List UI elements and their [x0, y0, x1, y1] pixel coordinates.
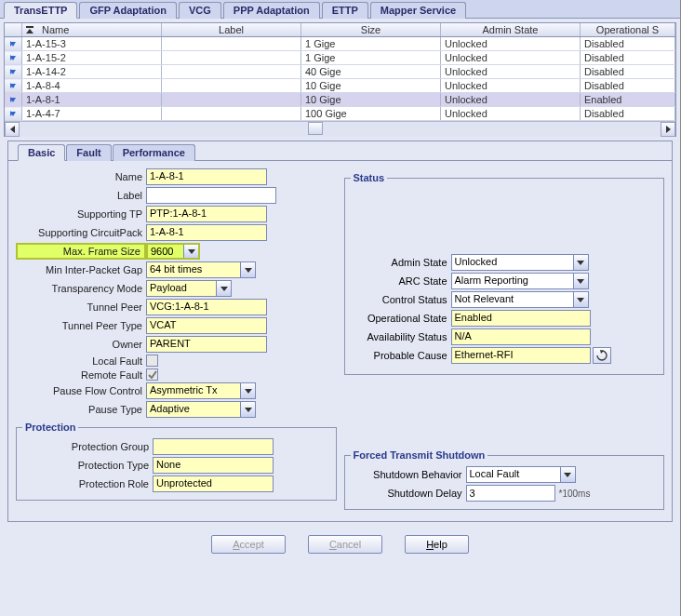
dropdown-button[interactable]	[240, 402, 255, 417]
local-fault-checkbox	[146, 355, 158, 367]
data-table[interactable]: Name Label Size Admin State Operational …	[5, 23, 675, 121]
left-column: Name 1-A-8-1 Label Supporting TP PTP:1-A…	[16, 168, 337, 514]
max-frame-size-combo[interactable]: 9600	[146, 243, 200, 260]
cancel-button: Cancel	[308, 535, 382, 554]
table-row[interactable]: 1-A-8-410 GigeUnlockedDisabled	[5, 79, 675, 93]
lbl-owner: Owner	[16, 339, 146, 350]
tab-ettp[interactable]: ETTP	[322, 2, 368, 19]
refresh-button[interactable]	[593, 347, 611, 364]
svg-marker-1	[26, 29, 33, 33]
cell-label	[162, 65, 301, 79]
dropdown-button[interactable]	[573, 255, 588, 270]
tab-gfp-adaptation[interactable]: GFP Adaptation	[79, 2, 177, 19]
shutdown-behavior-combo[interactable]: Local Fault	[466, 466, 576, 483]
row-marker	[5, 51, 22, 65]
check-icon	[148, 370, 157, 380]
dropdown-button[interactable]	[216, 281, 231, 296]
table-row[interactable]: 1-A-15-31 GigeUnlockedDisabled	[5, 37, 675, 51]
lbl-tunnel-peer: Tunnel Peer	[16, 301, 146, 313]
triangle-left-icon	[10, 126, 15, 133]
cell-name: 1-A-4-7	[22, 107, 162, 121]
dropdown-button[interactable]	[240, 262, 255, 277]
arc-state-combo[interactable]: Alarm Reporting	[451, 273, 589, 289]
sort-icon	[26, 24, 37, 32]
subtab-performance[interactable]: Performance	[113, 144, 195, 161]
sub-tabs: Basic Fault Performance	[8, 141, 672, 161]
owner-field: PARENT	[146, 336, 267, 353]
cell-size: 100 Gige	[301, 107, 441, 121]
table-row[interactable]: 1-A-14-240 GigeUnlockedDisabled	[5, 65, 675, 79]
scroll-right-button[interactable]	[661, 122, 675, 137]
cell-admin: Unlocked	[441, 79, 581, 93]
col-size[interactable]: Size	[301, 23, 441, 37]
dropdown-button[interactable]	[560, 467, 575, 482]
scroll-track[interactable]	[20, 122, 661, 137]
status-group: Status Admin State Unlocked ARC State Al…	[344, 172, 665, 375]
tunnel-peer-field: VCG:1-A-8-1	[146, 299, 267, 315]
remote-fault-checkbox	[146, 368, 158, 381]
chevron-down-icon	[245, 408, 252, 412]
col-name[interactable]: Name	[22, 23, 162, 37]
cell-name: 1-A-8-4	[22, 79, 162, 93]
horizontal-scrollbar[interactable]	[5, 121, 675, 136]
chevron-down-icon	[577, 279, 584, 284]
lbl-protection-type: Protection Type	[22, 460, 153, 471]
shutdown-legend: Forced Transmit Shutdown	[351, 449, 488, 461]
triangle-right-icon	[666, 126, 671, 133]
cell-oper: Enabled	[581, 93, 675, 107]
col-admin-state[interactable]: Admin State	[441, 23, 581, 37]
tab-transettp[interactable]: TransETTP	[4, 2, 77, 19]
pause-type-combo[interactable]: Adaptive	[146, 401, 256, 418]
cell-admin: Unlocked	[441, 51, 581, 65]
chevron-down-icon	[220, 287, 228, 291]
col-marker[interactable]	[5, 23, 22, 37]
tab-vcg[interactable]: VCG	[179, 2, 221, 19]
table-row[interactable]: 1-A-15-21 GigeUnlockedDisabled	[5, 51, 675, 65]
admin-state-combo[interactable]: Unlocked	[451, 254, 589, 271]
transparency-combo[interactable]: Payload	[146, 280, 232, 297]
cell-oper: Disabled	[581, 107, 675, 121]
chevron-down-icon	[245, 268, 252, 273]
cell-size: 1 Gige	[301, 37, 441, 51]
lbl-protection-group: Protection Group	[22, 441, 153, 452]
cell-label	[162, 93, 301, 107]
scroll-left-button[interactable]	[5, 122, 20, 137]
help-button[interactable]: Help	[405, 535, 469, 554]
protection-group-field	[153, 438, 274, 455]
tab-mapper-service[interactable]: Mapper Service	[370, 2, 466, 19]
table-row[interactable]: 1-A-8-110 GigeUnlockedEnabled	[5, 93, 675, 107]
table-row[interactable]: 1-A-4-7100 GigeUnlockedDisabled	[5, 107, 675, 121]
lbl-pause-type: Pause Type	[16, 404, 146, 415]
subtab-fault[interactable]: Fault	[66, 144, 111, 161]
min-gap-combo[interactable]: 64 bit times	[146, 261, 256, 278]
cell-size: 10 Gige	[301, 93, 441, 107]
scroll-thumb[interactable]	[308, 122, 323, 135]
dropdown-button[interactable]	[240, 383, 255, 398]
cell-label	[162, 51, 301, 65]
shutdown-delay-input[interactable]	[466, 485, 555, 502]
lbl-label: Label	[16, 190, 146, 201]
col-label[interactable]: Label	[162, 23, 301, 37]
chevron-down-icon	[564, 473, 571, 477]
lbl-arc-state: ARC State	[351, 275, 451, 287]
dropdown-button[interactable]	[573, 274, 588, 288]
lbl-control-status: Control Status	[351, 294, 451, 305]
cell-name: 1-A-15-3	[22, 37, 162, 51]
cell-size: 10 Gige	[301, 79, 441, 93]
form-area: Name 1-A-8-1 Label Supporting TP PTP:1-A…	[8, 161, 672, 521]
refresh-icon	[596, 350, 608, 361]
label-input[interactable]	[146, 187, 276, 204]
dropdown-button[interactable]	[183, 245, 198, 258]
control-status-combo[interactable]: Not Relevant	[451, 291, 589, 308]
dropdown-button[interactable]	[573, 292, 588, 307]
tab-ppp-adaptation[interactable]: PPP Adaptation	[223, 2, 320, 19]
lbl-shutdown-delay: Shutdown Delay	[351, 488, 466, 499]
subtab-basic[interactable]: Basic	[18, 144, 65, 161]
cell-label	[162, 37, 301, 51]
svg-rect-0	[26, 26, 33, 28]
col-operational-state[interactable]: Operational S	[581, 23, 675, 37]
protection-type-field: None	[153, 457, 274, 474]
cell-name: 1-A-15-2	[22, 51, 162, 65]
lbl-availability-status: Availability Status	[351, 331, 451, 342]
pause-flow-combo[interactable]: Asymmetric Tx	[146, 382, 256, 399]
